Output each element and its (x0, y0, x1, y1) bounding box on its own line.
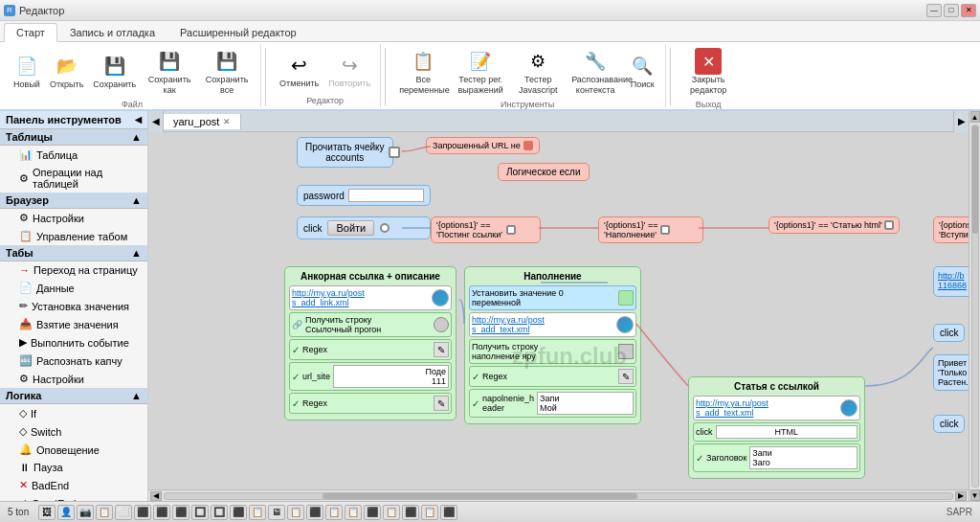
canvas-tab-yaru[interactable]: yaru_post ✕ (164, 114, 241, 129)
napolnenie-header-row[interactable]: ✓ napolnenie_header ЗапиМой (469, 389, 636, 418)
node-options1-fill[interactable]: '{options1}' =='Наполнение' (598, 216, 703, 243)
password-input[interactable] (348, 189, 424, 202)
statya-zagolovok-row[interactable]: ✓ Заголовок ЗапиЗаго (693, 443, 860, 472)
bottom-btn-2[interactable]: 👤 (57, 505, 75, 520)
anchor-regex-row[interactable]: ✓ Regex ✎ (289, 339, 452, 360)
node-options1-vstup[interactable]: '{options1'Вступи (933, 216, 969, 243)
item-table-ops[interactable]: ⚙ Операции над таблицей (0, 164, 147, 193)
node-anchor[interactable]: Анкорная ссылка + описание http://my.ya.… (284, 266, 457, 420)
bottom-btn-10[interactable]: 🔲 (211, 505, 228, 520)
node-options1-post[interactable]: '{options1}' =='Постинг ссылки' (431, 216, 541, 243)
item-tab-settings[interactable]: ⚙ Настройки (0, 370, 147, 388)
item-switch[interactable]: ◇ Switch (0, 422, 147, 441)
bottom-btn-15[interactable]: ⬛ (306, 505, 323, 520)
napolnenie-getstring[interactable]: Получить строкунаполнение яру (469, 339, 636, 364)
canvas-scroll-right[interactable]: ▶ (953, 111, 969, 132)
anchor-urlsite-row[interactable]: ✓ url_site Поде111 (289, 362, 452, 391)
item-table[interactable]: 📊 Таблица (0, 146, 147, 164)
vscroll-thumb[interactable] (972, 125, 978, 234)
item-fire-event[interactable]: ▶ Выполнить событие (0, 333, 147, 352)
anchor-url1-row[interactable]: http://my.ya.ru/posts_add_link.xml (289, 285, 452, 310)
item-goto-page[interactable]: → Переход на страницу (0, 261, 147, 279)
redo-button[interactable]: ↪ Повторить (324, 50, 374, 91)
item-captcha[interactable]: 🔤 Распознать капчу (0, 352, 147, 370)
napolnenie-zapi[interactable]: ЗапиМой (537, 392, 634, 415)
statya-url-row[interactable]: http://my.ya.ru/posts_add_text.xml (693, 396, 860, 420)
hscroll-left[interactable]: ◀ (150, 491, 162, 501)
bottom-btn-6[interactable]: ⬛ (134, 505, 151, 520)
item-set-value[interactable]: ✏ Установка значения (0, 297, 147, 315)
section-browser[interactable]: Браузер ▲ (0, 193, 147, 209)
tab-start[interactable]: Старт (4, 23, 57, 42)
statya-click-row[interactable]: click HTML (693, 422, 860, 442)
node-statya[interactable]: Статья с ссылкой http://my.ya.ru/posts_a… (688, 376, 865, 479)
item-pause[interactable]: ⏸ Пауза (0, 459, 147, 476)
save-as-button[interactable]: 💾 Сохранить как (142, 46, 197, 98)
node-right-text[interactable]: Привет'ТолькоРастен... (933, 354, 969, 391)
section-tables[interactable]: Таблицы ▲ (0, 129, 147, 146)
bottom-btn-7[interactable]: ⬛ (153, 505, 170, 520)
node-click-login[interactable]: click Войти (297, 216, 431, 239)
regex-tester-button[interactable]: 📝 Тестер рег. выражений (453, 46, 508, 98)
node-logic-if[interactable]: Логическое если (498, 163, 590, 181)
node-napolnenie[interactable]: Наполнение Установить значение 0переменн… (464, 266, 641, 424)
bottom-btn-16[interactable]: 📋 (325, 505, 343, 520)
vscroll-track[interactable] (971, 125, 979, 488)
tab-record[interactable]: Запись и отладка (57, 23, 167, 41)
all-vars-button[interactable]: 📋 Все переменные (395, 46, 451, 98)
save-all-button[interactable]: 💾 Сохранить все (199, 46, 255, 98)
node-password[interactable]: password (297, 185, 431, 206)
save-button[interactable]: 💾 Сохранить (89, 51, 140, 92)
bottom-btn-5[interactable]: ⬜ (115, 505, 132, 520)
statya-html-value[interactable]: HTML (716, 425, 858, 439)
canvas-content[interactable]: zpfun.club Прочитать ячейкуaccounts Запр… (148, 132, 969, 489)
item-tab-control[interactable]: 📋 Управление табом (0, 227, 147, 245)
item-data[interactable]: 📄 Данные (0, 279, 147, 297)
section-tabs[interactable]: Табы ▲ (0, 245, 147, 261)
new-button[interactable]: 📄 Новый (10, 51, 44, 92)
bottom-btn-14[interactable]: 📋 (287, 505, 304, 520)
bottom-btn-11[interactable]: ⬛ (230, 505, 247, 520)
js-tester-button[interactable]: ⚙ Тестер Javascript (510, 46, 566, 98)
urlsite-value[interactable]: Поде111 (333, 365, 449, 388)
maximize-button[interactable]: □ (944, 4, 959, 17)
canvas-scroll-left[interactable]: ◀ (148, 111, 164, 132)
canvas-tab-close[interactable]: ✕ (223, 117, 231, 126)
bottom-btn-18[interactable]: ⬛ (364, 505, 381, 520)
bottom-btn-12[interactable]: 📋 (249, 505, 266, 520)
bottom-btn-17[interactable]: 📋 (345, 505, 362, 520)
tab-advanced[interactable]: Расширенный редактор (167, 23, 309, 41)
node-read-cell[interactable]: Прочитать ячейкуaccounts (297, 137, 393, 168)
bottom-btn-22[interactable]: ⬛ (440, 505, 457, 520)
bottom-btn-20[interactable]: ⬛ (402, 505, 419, 520)
close-button[interactable]: ✕ (961, 4, 976, 17)
section-logic[interactable]: Логика ▲ (0, 388, 147, 404)
node-right-url[interactable]: http://b116868 (933, 266, 969, 297)
context-btn[interactable]: 🔧 Распознавание контекста (568, 46, 623, 98)
node-url[interactable]: Запрошенный URL не (426, 137, 540, 154)
search-button[interactable]: 🔍 Поиск (625, 51, 659, 92)
panel-collapse-icon[interactable]: ◀ (135, 115, 142, 125)
hscroll-thumb[interactable] (323, 493, 637, 499)
hscroll-right[interactable]: ▶ (955, 491, 967, 501)
bottom-btn-19[interactable]: 📋 (383, 505, 400, 520)
bottom-btn-13[interactable]: 🖥 (268, 505, 285, 520)
statya-zapi2[interactable]: ЗапиЗаго (749, 446, 858, 469)
napolnenie-url-row[interactable]: http://my.ya.ru/posts_add_text.xml (469, 312, 636, 337)
minimize-button[interactable]: — (926, 4, 942, 17)
vscroll-up[interactable]: ▲ (970, 111, 980, 123)
anchor-prohon-row[interactable]: 🔗 Получить строкуСсылочный прогон (289, 312, 452, 337)
item-if[interactable]: ◇ If (0, 404, 147, 422)
bottom-btn-8[interactable]: ⬛ (172, 505, 189, 520)
bottom-btn-3[interactable]: 📷 (77, 505, 94, 520)
node-options1-article[interactable]: '{options1}' == 'Статью html' (768, 216, 900, 234)
item-goodend[interactable]: ✓ GoodEnd (0, 494, 147, 501)
undo-button[interactable]: ↩ Отменить (276, 50, 323, 91)
item-badend[interactable]: ✕ BadEnd (0, 476, 147, 494)
anchor-regex2-row[interactable]: ✓ Regex ✎ (289, 393, 452, 414)
canvas-vscrollbar[interactable]: ▲ ▼ (969, 111, 980, 501)
napolnenie-setvar[interactable]: Установить значение 0переменной (469, 285, 636, 310)
vscroll-down[interactable]: ▼ (970, 489, 980, 501)
node-right-click1[interactable]: click (933, 324, 965, 342)
bottom-btn-9[interactable]: 🔲 (191, 505, 209, 520)
